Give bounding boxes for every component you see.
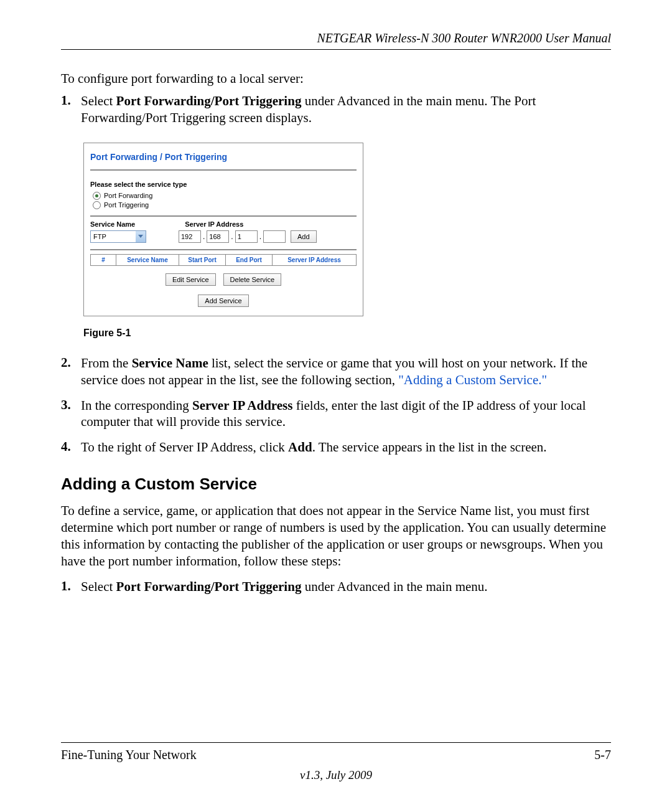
col-service-name: Service Name	[116, 254, 179, 265]
intro-text: To configure port forwarding to a local …	[61, 71, 611, 87]
list-number: 4.	[61, 439, 81, 456]
list-content: From the Service Name list, select the s…	[81, 355, 611, 389]
radio-port-triggering[interactable]: Port Triggering	[93, 201, 357, 209]
list-item: 4. To the right of Server IP Address, cl…	[61, 439, 611, 456]
list-number: 1.	[61, 93, 81, 126]
list-content: In the corresponding Server IP Address f…	[81, 397, 611, 431]
list-number: 3.	[61, 397, 81, 431]
radio-icon	[93, 201, 101, 209]
server-ip-inputs: 192. 168. 1.	[179, 230, 286, 243]
list-item: 1. Select Port Forwarding/Port Triggerin…	[61, 578, 611, 595]
step-list-1: 1. Select Port Forwarding/Port Triggerin…	[61, 93, 611, 126]
footer-page-number: 5-7	[594, 748, 611, 762]
figure-5-1: Port Forwarding / Port Triggering Please…	[83, 143, 611, 339]
step-list-3: 1. Select Port Forwarding/Port Triggerin…	[61, 578, 611, 595]
ip-octet-4[interactable]	[263, 230, 286, 243]
section-paragraph: To define a service, game, or applicatio…	[61, 503, 611, 570]
service-type-label: Please select the service type	[90, 181, 357, 188]
header-title: NETGEAR Wireless-N 300 Router WNR2000 Us…	[317, 31, 611, 45]
list-item: 1. Select Port Forwarding/Port Triggerin…	[61, 93, 611, 126]
footer-chapter: Fine-Tuning Your Network	[61, 748, 197, 762]
radio-port-forwarding[interactable]: Port Forwarding	[93, 192, 357, 200]
list-number: 1.	[61, 578, 81, 595]
server-ip-header: Server IP Address	[185, 220, 243, 228]
ip-octet-3[interactable]: 1	[235, 230, 258, 243]
page-header: NETGEAR Wireless-N 300 Router WNR2000 Us…	[61, 31, 611, 50]
router-screenshot: Port Forwarding / Port Triggering Please…	[83, 143, 363, 316]
delete-service-button[interactable]: Delete Service	[223, 273, 282, 286]
edit-service-button[interactable]: Edit Service	[166, 273, 216, 286]
service-name-header: Service Name	[90, 220, 135, 228]
router-panel-title: Port Forwarding / Port Triggering	[90, 148, 357, 171]
service-name-select[interactable]: FTP	[90, 230, 146, 243]
services-table: # Service Name Start Port End Port Serve…	[90, 254, 357, 266]
select-value: FTP	[93, 233, 106, 240]
list-item: 3. In the corresponding Server IP Addres…	[61, 397, 611, 431]
footer-version: v1.3, July 2009	[61, 768, 611, 782]
section-heading-adding-custom-service: Adding a Custom Service	[61, 474, 611, 494]
list-content: To the right of Server IP Address, click…	[81, 439, 611, 456]
list-item: 2. From the Service Name list, select th…	[61, 355, 611, 389]
ip-octet-1[interactable]: 192	[179, 230, 201, 243]
col-end-port: End Port	[226, 254, 273, 265]
radio-label: Port Forwarding	[104, 192, 152, 199]
page-footer: Fine-Tuning Your Network 5-7 v1.3, July …	[61, 742, 611, 782]
col-start-port: Start Port	[179, 254, 226, 265]
step-list-2: 2. From the Service Name list, select th…	[61, 355, 611, 456]
ip-octet-2[interactable]: 168	[207, 230, 229, 243]
radio-icon	[93, 192, 101, 200]
col-server-ip: Server IP Address	[273, 254, 357, 265]
list-content: Select Port Forwarding/Port Triggering u…	[81, 93, 611, 126]
list-number: 2.	[61, 355, 81, 389]
add-service-button[interactable]: Add Service	[198, 295, 248, 307]
chevron-down-icon	[136, 231, 146, 242]
add-button[interactable]: Add	[291, 230, 317, 243]
radio-label: Port Triggering	[104, 201, 149, 209]
list-content: Select Port Forwarding/Port Triggering u…	[81, 578, 611, 595]
link-adding-custom-service[interactable]: "Adding a Custom Service."	[398, 372, 547, 387]
figure-caption: Figure 5-1	[83, 328, 611, 339]
col-number: #	[91, 254, 116, 265]
